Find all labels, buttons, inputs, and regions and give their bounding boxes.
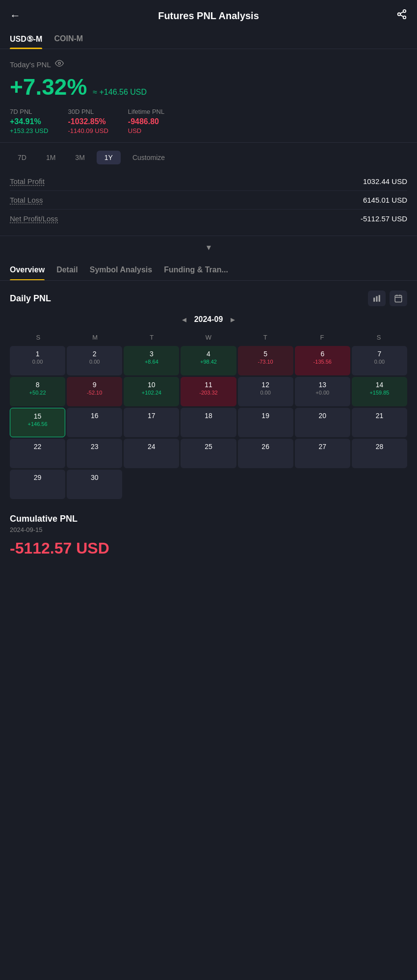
period-3m[interactable]: 3M: [67, 151, 92, 164]
calendar-day-value: 0.00: [374, 359, 385, 365]
calendar-day-value: +98.42: [200, 359, 217, 365]
calendar-day-3[interactable]: 3+8.64: [124, 346, 179, 375]
net-profit-row: Net Profit/Loss -5112.57 USD: [10, 210, 407, 228]
back-button[interactable]: ←: [10, 9, 21, 22]
calendar-day-16[interactable]: 16: [67, 408, 122, 437]
calendar-day-4[interactable]: 4+98.42: [181, 346, 236, 375]
calendar-day-number: 27: [318, 443, 326, 450]
period-1m[interactable]: 1M: [38, 151, 63, 164]
stats-table: Total Profit 1032.44 USD Total Loss 6145…: [0, 172, 417, 236]
daily-pnl-section: Daily PNL ◂ 2024-09 ▸ S M T W T F S 10.0…: [0, 281, 417, 499]
calendar-day-1[interactable]: 10.00: [10, 346, 65, 375]
calendar-day-number: 10: [148, 381, 156, 389]
calendar-day-number: 21: [376, 412, 384, 420]
calendar-day-number: 8: [36, 381, 40, 389]
daily-pnl-title: Daily PNL: [10, 293, 51, 304]
calendar-day-27[interactable]: 27: [295, 439, 350, 468]
period-7d[interactable]: 7D: [10, 151, 34, 164]
calendar-day-5[interactable]: 5-73.10: [238, 346, 293, 375]
calendar-day-12[interactable]: 120.00: [238, 377, 293, 406]
calendar-day-6[interactable]: 6-135.56: [295, 346, 350, 375]
calendar-body: 10.0020.003+8.644+98.425-73.106-135.5670…: [10, 346, 407, 499]
svg-rect-6: [373, 298, 375, 302]
calendar-day-11[interactable]: 11-203.32: [181, 377, 236, 406]
prev-month-button[interactable]: ◂: [182, 314, 186, 325]
today-pnl-label: Today's PNL: [10, 59, 407, 70]
30d-pnl: 30D PNL -1032.85% -1140.09 USD: [68, 108, 108, 134]
period-tabs: 7D 1M 3M 1Y Customize: [10, 151, 407, 164]
calendar-day-2[interactable]: 20.00: [67, 346, 122, 375]
tab-detail[interactable]: Detail: [56, 259, 78, 280]
calendar-day-19[interactable]: 19: [238, 408, 293, 437]
30d-pnl-usd: -1140.09 USD: [68, 127, 108, 134]
calendar-day-21[interactable]: 21: [352, 408, 407, 437]
calendar-day-24[interactable]: 24: [124, 439, 179, 468]
calendar-day-7[interactable]: 70.00: [352, 346, 407, 375]
calendar-day-value: +0.00: [315, 390, 329, 396]
market-tabs: USD⑤-M COIN-M: [0, 29, 417, 49]
calendar-day-22[interactable]: 22: [10, 439, 65, 468]
calendar-day-value: -73.10: [258, 359, 273, 365]
calendar-day-value: 0.00: [89, 359, 100, 365]
calendar-day-value: 0.00: [260, 390, 270, 396]
share-button[interactable]: [396, 9, 407, 23]
calendar-day-23[interactable]: 23: [67, 439, 122, 468]
7d-pnl: 7D PNL +34.91% +153.23 USD: [10, 108, 48, 134]
calendar-day-number: 11: [205, 381, 212, 389]
day-header-t1: T: [123, 331, 180, 344]
period-customize[interactable]: Customize: [125, 151, 173, 164]
calendar-header: S M T W T F S: [10, 331, 407, 344]
calendar-day-28[interactable]: 28: [352, 439, 407, 468]
overview-tabs: Overview Detail Symbol Analysis Funding …: [0, 259, 417, 281]
lifetime-pnl-value: -9486.80: [128, 117, 164, 126]
calendar-day-17[interactable]: 17: [124, 408, 179, 437]
day-header-t2: T: [237, 331, 294, 344]
calendar-day-number: 16: [91, 412, 99, 420]
day-header-m: M: [67, 331, 124, 344]
period-1y[interactable]: 1Y: [97, 151, 121, 164]
calendar-nav: ◂ 2024-09 ▸: [10, 314, 407, 325]
lifetime-pnl: Lifetime PNL -9486.80 USD: [128, 108, 164, 134]
calendar-day-30[interactable]: 30: [67, 470, 122, 499]
calendar-day-number: 14: [376, 381, 384, 389]
next-month-button[interactable]: ▸: [231, 314, 235, 325]
net-profit-value: -5112.57 USD: [361, 214, 407, 223]
expand-row[interactable]: ▾: [0, 236, 417, 259]
bar-chart-view-button[interactable]: [368, 291, 386, 306]
calendar-day-20[interactable]: 20: [295, 408, 350, 437]
tab-symbol-analysis[interactable]: Symbol Analysis: [90, 259, 152, 280]
calendar-day-number: 6: [320, 350, 324, 358]
calendar-day-18[interactable]: 18: [181, 408, 236, 437]
calendar-day-9[interactable]: 9-52.10: [67, 377, 122, 406]
calendar-day-number: 26: [261, 443, 269, 450]
calendar-day-29[interactable]: 29: [10, 470, 65, 499]
calendar-day-10[interactable]: 10+102.24: [124, 377, 179, 406]
tab-overview[interactable]: Overview: [10, 259, 45, 280]
calendar-day-number: 19: [261, 412, 269, 420]
visibility-icon[interactable]: [55, 59, 64, 70]
calendar-day-number: 12: [261, 381, 269, 389]
calendar-day-number: 28: [376, 443, 384, 450]
calendar-day-8[interactable]: 8+50.22: [10, 377, 65, 406]
calendar-day-number: 20: [318, 412, 326, 420]
calendar-day-value: +102.24: [142, 390, 161, 396]
calendar-day-number: 23: [91, 443, 99, 450]
calendar-day-13[interactable]: 13+0.00: [295, 377, 350, 406]
30d-pnl-percent: -1032.85%: [68, 117, 108, 126]
tab-usdm[interactable]: USD⑤-M: [10, 29, 42, 49]
calendar-day-number: 24: [148, 443, 156, 450]
tab-coinm[interactable]: COIN-M: [54, 29, 83, 49]
calendar-day-14[interactable]: 14+159.85: [352, 377, 407, 406]
total-loss-row: Total Loss 6145.01 USD: [10, 191, 407, 210]
calendar-grid: S M T W T F S 10.0020.003+8.644+98.425-7…: [10, 331, 407, 499]
calendar-day-26[interactable]: 26: [238, 439, 293, 468]
calendar-day-25[interactable]: 25: [181, 439, 236, 468]
calendar-view-button[interactable]: [390, 291, 407, 306]
tab-funding[interactable]: Funding & Tran...: [164, 259, 228, 280]
view-toggle: [368, 291, 407, 306]
header: ← Futures PNL Analysis: [0, 0, 417, 29]
total-profit-value: 1032.44 USD: [363, 177, 407, 185]
chevron-down-icon[interactable]: ▾: [207, 242, 211, 253]
svg-rect-7: [376, 296, 378, 302]
calendar-day-15[interactable]: 15+146.56: [10, 408, 65, 437]
